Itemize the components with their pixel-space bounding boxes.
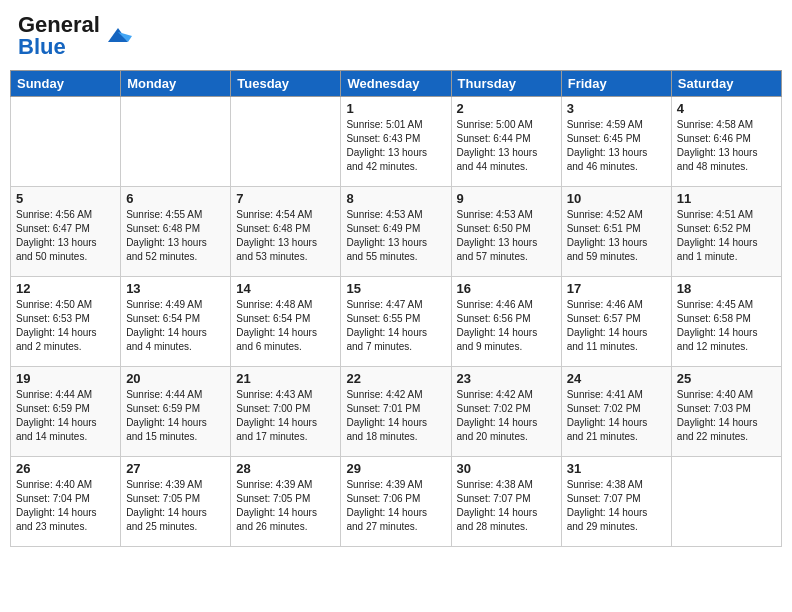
day-number: 1 bbox=[346, 101, 445, 116]
day-info: Sunrise: 4:46 AM Sunset: 6:57 PM Dayligh… bbox=[567, 298, 666, 354]
calendar-cell: 25Sunrise: 4:40 AM Sunset: 7:03 PM Dayli… bbox=[671, 367, 781, 457]
day-info: Sunrise: 4:52 AM Sunset: 6:51 PM Dayligh… bbox=[567, 208, 666, 264]
day-number: 7 bbox=[236, 191, 335, 206]
day-number: 6 bbox=[126, 191, 225, 206]
day-number: 14 bbox=[236, 281, 335, 296]
day-info: Sunrise: 4:53 AM Sunset: 6:50 PM Dayligh… bbox=[457, 208, 556, 264]
weekday-header-monday: Monday bbox=[121, 71, 231, 97]
day-number: 2 bbox=[457, 101, 556, 116]
day-info: Sunrise: 4:55 AM Sunset: 6:48 PM Dayligh… bbox=[126, 208, 225, 264]
calendar-cell: 22Sunrise: 4:42 AM Sunset: 7:01 PM Dayli… bbox=[341, 367, 451, 457]
day-number: 31 bbox=[567, 461, 666, 476]
day-number: 30 bbox=[457, 461, 556, 476]
calendar-week-4: 19Sunrise: 4:44 AM Sunset: 6:59 PM Dayli… bbox=[11, 367, 782, 457]
day-info: Sunrise: 4:56 AM Sunset: 6:47 PM Dayligh… bbox=[16, 208, 115, 264]
calendar-cell: 19Sunrise: 4:44 AM Sunset: 6:59 PM Dayli… bbox=[11, 367, 121, 457]
calendar-cell: 31Sunrise: 4:38 AM Sunset: 7:07 PM Dayli… bbox=[561, 457, 671, 547]
calendar-cell: 28Sunrise: 4:39 AM Sunset: 7:05 PM Dayli… bbox=[231, 457, 341, 547]
calendar-cell: 29Sunrise: 4:39 AM Sunset: 7:06 PM Dayli… bbox=[341, 457, 451, 547]
day-number: 4 bbox=[677, 101, 776, 116]
day-info: Sunrise: 4:42 AM Sunset: 7:02 PM Dayligh… bbox=[457, 388, 556, 444]
calendar-cell: 4Sunrise: 4:58 AM Sunset: 6:46 PM Daylig… bbox=[671, 97, 781, 187]
calendar-cell: 12Sunrise: 4:50 AM Sunset: 6:53 PM Dayli… bbox=[11, 277, 121, 367]
day-number: 12 bbox=[16, 281, 115, 296]
calendar-cell: 10Sunrise: 4:52 AM Sunset: 6:51 PM Dayli… bbox=[561, 187, 671, 277]
day-number: 5 bbox=[16, 191, 115, 206]
weekday-header-saturday: Saturday bbox=[671, 71, 781, 97]
day-info: Sunrise: 4:49 AM Sunset: 6:54 PM Dayligh… bbox=[126, 298, 225, 354]
day-info: Sunrise: 5:01 AM Sunset: 6:43 PM Dayligh… bbox=[346, 118, 445, 174]
calendar-cell bbox=[231, 97, 341, 187]
day-info: Sunrise: 4:44 AM Sunset: 6:59 PM Dayligh… bbox=[16, 388, 115, 444]
day-info: Sunrise: 4:45 AM Sunset: 6:58 PM Dayligh… bbox=[677, 298, 776, 354]
calendar-cell: 11Sunrise: 4:51 AM Sunset: 6:52 PM Dayli… bbox=[671, 187, 781, 277]
calendar-cell: 20Sunrise: 4:44 AM Sunset: 6:59 PM Dayli… bbox=[121, 367, 231, 457]
calendar-week-3: 12Sunrise: 4:50 AM Sunset: 6:53 PM Dayli… bbox=[11, 277, 782, 367]
day-number: 18 bbox=[677, 281, 776, 296]
day-number: 11 bbox=[677, 191, 776, 206]
day-info: Sunrise: 4:40 AM Sunset: 7:03 PM Dayligh… bbox=[677, 388, 776, 444]
logo-blue: Blue bbox=[18, 36, 100, 58]
calendar-cell: 21Sunrise: 4:43 AM Sunset: 7:00 PM Dayli… bbox=[231, 367, 341, 457]
weekday-header-thursday: Thursday bbox=[451, 71, 561, 97]
weekday-header-wednesday: Wednesday bbox=[341, 71, 451, 97]
day-number: 16 bbox=[457, 281, 556, 296]
day-info: Sunrise: 4:38 AM Sunset: 7:07 PM Dayligh… bbox=[567, 478, 666, 534]
day-number: 23 bbox=[457, 371, 556, 386]
calendar-cell: 26Sunrise: 4:40 AM Sunset: 7:04 PM Dayli… bbox=[11, 457, 121, 547]
calendar-week-2: 5Sunrise: 4:56 AM Sunset: 6:47 PM Daylig… bbox=[11, 187, 782, 277]
day-info: Sunrise: 4:39 AM Sunset: 7:05 PM Dayligh… bbox=[126, 478, 225, 534]
day-info: Sunrise: 4:50 AM Sunset: 6:53 PM Dayligh… bbox=[16, 298, 115, 354]
day-info: Sunrise: 4:39 AM Sunset: 7:05 PM Dayligh… bbox=[236, 478, 335, 534]
day-info: Sunrise: 4:39 AM Sunset: 7:06 PM Dayligh… bbox=[346, 478, 445, 534]
day-number: 13 bbox=[126, 281, 225, 296]
day-info: Sunrise: 4:44 AM Sunset: 6:59 PM Dayligh… bbox=[126, 388, 225, 444]
day-number: 26 bbox=[16, 461, 115, 476]
calendar-cell: 7Sunrise: 4:54 AM Sunset: 6:48 PM Daylig… bbox=[231, 187, 341, 277]
weekday-header-friday: Friday bbox=[561, 71, 671, 97]
calendar-cell: 30Sunrise: 4:38 AM Sunset: 7:07 PM Dayli… bbox=[451, 457, 561, 547]
calendar-cell: 6Sunrise: 4:55 AM Sunset: 6:48 PM Daylig… bbox=[121, 187, 231, 277]
weekday-header-row: SundayMondayTuesdayWednesdayThursdayFrid… bbox=[11, 71, 782, 97]
calendar-cell bbox=[671, 457, 781, 547]
calendar-cell: 16Sunrise: 4:46 AM Sunset: 6:56 PM Dayli… bbox=[451, 277, 561, 367]
calendar-week-5: 26Sunrise: 4:40 AM Sunset: 7:04 PM Dayli… bbox=[11, 457, 782, 547]
calendar-table: SundayMondayTuesdayWednesdayThursdayFrid… bbox=[10, 70, 782, 547]
day-info: Sunrise: 4:54 AM Sunset: 6:48 PM Dayligh… bbox=[236, 208, 335, 264]
calendar-cell: 1Sunrise: 5:01 AM Sunset: 6:43 PM Daylig… bbox=[341, 97, 451, 187]
calendar-cell: 18Sunrise: 4:45 AM Sunset: 6:58 PM Dayli… bbox=[671, 277, 781, 367]
calendar-cell: 2Sunrise: 5:00 AM Sunset: 6:44 PM Daylig… bbox=[451, 97, 561, 187]
calendar-cell bbox=[11, 97, 121, 187]
day-number: 20 bbox=[126, 371, 225, 386]
day-info: Sunrise: 4:42 AM Sunset: 7:01 PM Dayligh… bbox=[346, 388, 445, 444]
logo-general: General bbox=[18, 14, 100, 36]
day-info: Sunrise: 4:40 AM Sunset: 7:04 PM Dayligh… bbox=[16, 478, 115, 534]
calendar-cell: 27Sunrise: 4:39 AM Sunset: 7:05 PM Dayli… bbox=[121, 457, 231, 547]
weekday-header-sunday: Sunday bbox=[11, 71, 121, 97]
calendar-cell: 9Sunrise: 4:53 AM Sunset: 6:50 PM Daylig… bbox=[451, 187, 561, 277]
calendar-cell: 24Sunrise: 4:41 AM Sunset: 7:02 PM Dayli… bbox=[561, 367, 671, 457]
day-number: 29 bbox=[346, 461, 445, 476]
day-info: Sunrise: 4:58 AM Sunset: 6:46 PM Dayligh… bbox=[677, 118, 776, 174]
day-number: 3 bbox=[567, 101, 666, 116]
day-number: 22 bbox=[346, 371, 445, 386]
day-number: 8 bbox=[346, 191, 445, 206]
calendar-cell: 8Sunrise: 4:53 AM Sunset: 6:49 PM Daylig… bbox=[341, 187, 451, 277]
weekday-header-tuesday: Tuesday bbox=[231, 71, 341, 97]
calendar-week-1: 1Sunrise: 5:01 AM Sunset: 6:43 PM Daylig… bbox=[11, 97, 782, 187]
day-number: 17 bbox=[567, 281, 666, 296]
day-info: Sunrise: 4:51 AM Sunset: 6:52 PM Dayligh… bbox=[677, 208, 776, 264]
calendar-cell: 14Sunrise: 4:48 AM Sunset: 6:54 PM Dayli… bbox=[231, 277, 341, 367]
day-info: Sunrise: 4:46 AM Sunset: 6:56 PM Dayligh… bbox=[457, 298, 556, 354]
day-number: 9 bbox=[457, 191, 556, 206]
day-number: 24 bbox=[567, 371, 666, 386]
calendar-cell: 15Sunrise: 4:47 AM Sunset: 6:55 PM Dayli… bbox=[341, 277, 451, 367]
day-number: 10 bbox=[567, 191, 666, 206]
day-info: Sunrise: 4:48 AM Sunset: 6:54 PM Dayligh… bbox=[236, 298, 335, 354]
day-info: Sunrise: 5:00 AM Sunset: 6:44 PM Dayligh… bbox=[457, 118, 556, 174]
day-info: Sunrise: 4:38 AM Sunset: 7:07 PM Dayligh… bbox=[457, 478, 556, 534]
day-number: 15 bbox=[346, 281, 445, 296]
calendar-cell bbox=[121, 97, 231, 187]
day-info: Sunrise: 4:59 AM Sunset: 6:45 PM Dayligh… bbox=[567, 118, 666, 174]
calendar-cell: 3Sunrise: 4:59 AM Sunset: 6:45 PM Daylig… bbox=[561, 97, 671, 187]
